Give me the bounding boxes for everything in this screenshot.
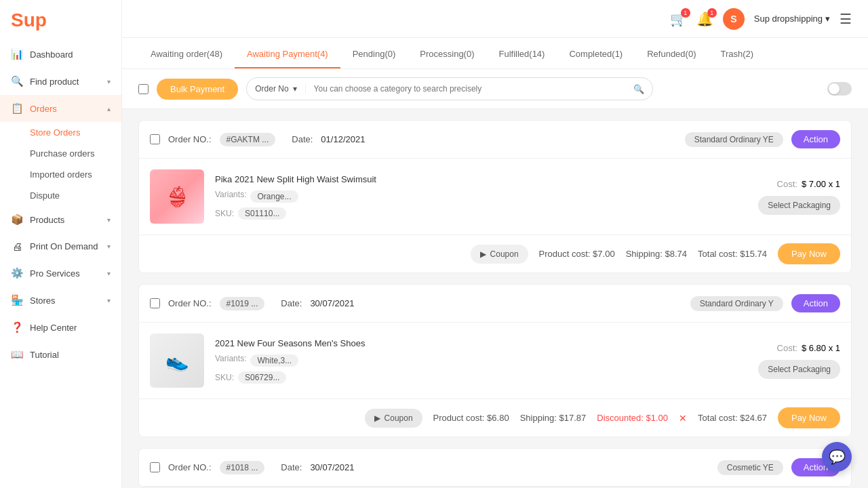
order-date-label-3: Date: <box>281 462 302 472</box>
sidebar-item-stores[interactable]: 🏪 Stores ▾ <box>0 287 121 314</box>
variant-label-1: Variants: <box>215 190 246 199</box>
order-header-1: Order NO.: #GAKTM ... Date: 01/12/2021 S… <box>139 121 851 159</box>
coupon-button-1[interactable]: ▶ Coupon <box>471 245 528 264</box>
cart-button[interactable]: 🛒 1 <box>670 11 687 27</box>
coupon-label-1: Coupon <box>490 249 519 259</box>
sidebar-item-help-center[interactable]: ❓ Help Center <box>0 314 121 341</box>
filter-select-button[interactable]: Order No ▾ <box>247 84 305 94</box>
action-button-1[interactable]: Action <box>791 130 840 148</box>
sidebar-label-print: Print On Demand <box>30 241 98 251</box>
help-icon: ❓ <box>11 321 23 333</box>
dropdown-icon: ▾ <box>825 14 830 24</box>
sidebar-label-find-product: Find product <box>30 77 79 87</box>
tab-awaiting-order[interactable]: Awaiting order(48) <box>138 38 235 68</box>
select-packaging-button-1[interactable]: Select Packaging <box>758 196 840 215</box>
sidebar-label-products: Products <box>30 215 64 225</box>
sku-label-2: SKU: <box>215 373 234 382</box>
order-type-badge-1: Standard Ordinary YE <box>685 132 783 147</box>
chevron-down-icon-2: ▾ <box>107 216 111 224</box>
product-cost-value-1: $7.00 <box>593 249 615 259</box>
order-checkbox-2[interactable] <box>150 298 160 308</box>
order-date-label-2: Date: <box>281 298 302 308</box>
order-no-label-3: Order NO.: <box>168 462 212 472</box>
sidebar-item-print-on-demand[interactable]: 🖨 Print On Demand ▾ <box>0 233 121 260</box>
select-packaging-button-2[interactable]: Select Packaging <box>758 360 840 379</box>
total-value-2: $24.67 <box>740 413 767 423</box>
order-no-value-1: #GAKTM ... <box>220 133 276 146</box>
variant-value-2: White,3... <box>250 354 298 367</box>
coupon-label-2: Coupon <box>384 413 413 423</box>
order-item-2: 👟 2021 New Four Seasons Men's Shoes Vari… <box>139 323 851 399</box>
sidebar-item-find-product[interactable]: 🔍 Find product ▾ <box>0 68 121 95</box>
tab-trash[interactable]: Trash(2) <box>708 38 766 68</box>
main-content: 🛒 1 🔔 1 S Sup dropshipping ▾ ☰ Awaiting … <box>122 0 868 488</box>
order-checkbox-1[interactable] <box>150 134 160 144</box>
shipping-text-1: Shipping: $8.74 <box>626 249 687 259</box>
order-no-value-2: #1019 ... <box>220 297 265 310</box>
sidebar-item-products[interactable]: 📦 Products ▾ <box>0 206 121 233</box>
sidebar-subitem-imported-orders[interactable]: Imported orders <box>0 164 121 185</box>
tabs-bar: Awaiting order(48) Awaiting Payment(4) P… <box>122 38 868 69</box>
chevron-up-icon: ▴ <box>107 105 111 113</box>
pay-now-button-2[interactable]: Pay Now <box>778 407 840 428</box>
chat-bubble[interactable]: 💬 <box>822 442 852 472</box>
print-icon: 🖨 <box>11 241 23 252</box>
coupon-button-2[interactable]: ▶ Coupon <box>365 409 422 428</box>
sku-value-2: S06729... <box>238 371 286 384</box>
shipping-text-2: Shipping: $17.87 <box>520 413 587 423</box>
sidebar-item-tutorial[interactable]: 📖 Tutorial <box>0 341 121 368</box>
action-button-2[interactable]: Action <box>791 294 840 312</box>
cost-label-1: Cost: <box>777 179 797 189</box>
order-footer-2: ▶ Coupon Product cost: $6.80 Shipping: $… <box>139 399 851 436</box>
pay-now-button-1[interactable]: Pay Now <box>778 243 840 264</box>
orders-list: Order NO.: #GAKTM ... Date: 01/12/2021 S… <box>122 109 868 488</box>
sidebar-subitem-dispute[interactable]: Dispute <box>0 185 121 206</box>
order-card-3: Order NO.: #1018 ... Date: 30/07/2021 Co… <box>138 448 852 487</box>
order-checkbox-3[interactable] <box>150 462 160 472</box>
order-date-value-2: 30/07/2021 <box>310 298 354 308</box>
product-image-1: 👙 <box>150 169 204 224</box>
order-header-2: Order NO.: #1019 ... Date: 30/07/2021 St… <box>139 285 851 323</box>
search-filter: Order No ▾ 🔍 <box>246 77 653 100</box>
tab-pending[interactable]: Pending(0) <box>340 38 408 68</box>
total-text-2: Total cost: $24.67 <box>698 413 767 423</box>
store-name-button[interactable]: Sup dropshipping ▾ <box>754 14 830 24</box>
product-cost-text-1: Product cost: $7.00 <box>539 249 615 259</box>
tab-awaiting-payment[interactable]: Awaiting Payment(4) <box>235 38 340 68</box>
bulk-payment-button[interactable]: Bulk Payment <box>157 79 238 100</box>
sidebar-item-orders[interactable]: 📋 Orders ▴ <box>0 95 121 122</box>
product-cost-label-1: Product cost: <box>539 249 591 259</box>
tab-processing[interactable]: Processing(0) <box>408 38 486 68</box>
notification-button[interactable]: 🔔 1 <box>696 11 713 27</box>
shipping-value-2: $17.87 <box>559 413 586 423</box>
sidebar: Sup 📊 Dashboard 🔍 Find product ▾ 📋 Order… <box>0 0 122 488</box>
remove-discount-icon[interactable]: ✕ <box>679 413 687 424</box>
product-cost-value-2: $6.80 <box>487 413 509 423</box>
sidebar-subitem-store-orders[interactable]: Store Orders <box>0 122 121 143</box>
tab-completed[interactable]: Completed(1) <box>557 38 635 68</box>
topbar: 🛒 1 🔔 1 S Sup dropshipping ▾ ☰ <box>122 0 868 38</box>
search-button[interactable]: 🔍 <box>625 84 652 94</box>
sidebar-item-dashboard[interactable]: 📊 Dashboard <box>0 41 121 68</box>
filter-chevron-icon: ▾ <box>293 84 297 94</box>
cart-badge: 1 <box>681 8 690 18</box>
product-info-1: Pika 2021 New Split High Waist Swimsuit … <box>215 174 747 220</box>
tab-refunded[interactable]: Refunded(0) <box>635 38 708 68</box>
search-input[interactable] <box>306 84 626 94</box>
tutorial-icon: 📖 <box>11 348 23 361</box>
sidebar-item-pro-services[interactable]: ⚙️ Pro Services ▾ <box>0 260 121 287</box>
select-all-checkbox[interactable] <box>138 84 149 94</box>
total-value-1: $15.74 <box>740 249 767 259</box>
hamburger-icon[interactable]: ☰ <box>840 11 852 27</box>
sku-value-1: S01110... <box>238 207 286 220</box>
product-info-2: 2021 New Four Seasons Men's Shoes Varian… <box>215 338 747 384</box>
toggle-switch[interactable] <box>827 82 852 96</box>
shipping-value-1: $8.74 <box>665 249 688 259</box>
cost-value-1: $ 7.00 x 1 <box>802 179 840 189</box>
sidebar-subitem-purchase-orders[interactable]: Purchase orders <box>0 143 121 164</box>
total-text-1: Total cost: $15.74 <box>698 249 767 259</box>
variant-value-1: Orange... <box>250 190 298 203</box>
discounted-value-2: Discounted: $1.00 <box>597 413 668 423</box>
avatar: S <box>723 8 745 30</box>
tab-fulfilled[interactable]: Fulfilled(14) <box>487 38 557 68</box>
